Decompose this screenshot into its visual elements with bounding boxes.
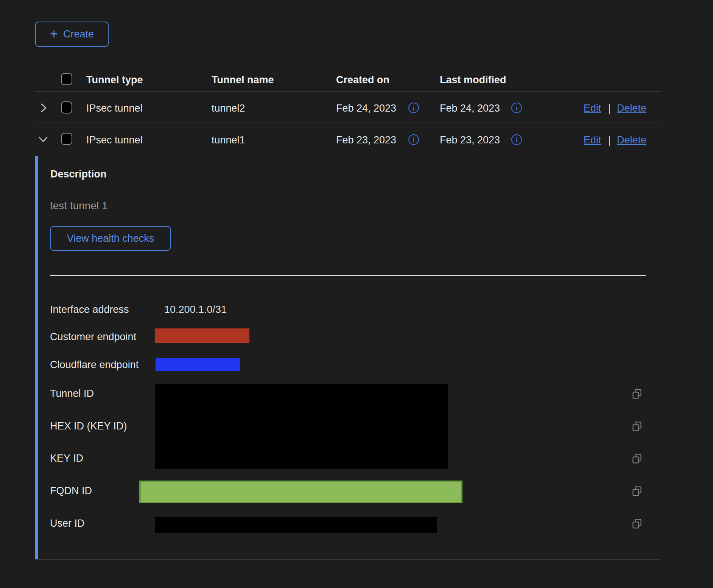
view-health-checks-label: View health checks [67,233,154,244]
customer-endpoint-label: Customer endpoint [50,331,136,342]
expanded-row-accent-bar [35,156,38,559]
select-all-checkbox[interactable] [61,73,72,85]
hex-id-label: HEX ID (KEY ID) [50,421,127,431]
key-id-label: KEY ID [50,453,83,464]
cell-last-modified: Feb 23, 2023 [440,135,500,145]
interface-address-label: Interface address [50,304,129,315]
info-icon[interactable]: i [511,134,522,145]
description-heading: Description [50,169,107,179]
edit-link-tunnel1[interactable]: Edit [584,135,601,145]
header-divider [35,91,661,92]
actions-separator: | [608,135,611,145]
ipsec-tunnels-page: + Create Tunnel type Tunnel name Created… [0,0,713,588]
ids-redacted-block [155,384,448,469]
delete-link-tunnel2[interactable]: Delete [617,103,646,114]
cell-tunnel-name: tunnel2 [212,103,245,114]
info-icon[interactable]: i [408,103,419,113]
row-checkbox-tunnel1[interactable] [61,133,72,145]
chevron-right-icon[interactable] [39,103,48,115]
chevron-down-icon[interactable] [38,135,48,145]
copy-icon[interactable] [632,518,642,531]
column-header-last-modified: Last modified [440,75,506,85]
cell-created-on: Feb 24, 2023 [336,103,396,114]
table-bottom-divider [35,559,661,560]
copy-icon[interactable] [632,485,642,498]
view-health-checks-button[interactable]: View health checks [50,226,171,251]
cloudflare-endpoint-label: Cloudflare endpoint [50,359,139,370]
row-divider [35,123,661,123]
interface-address-value: 10.200.1.0/31 [164,304,227,315]
column-header-tunnel-type: Tunnel type [86,75,143,85]
info-icon[interactable]: i [408,134,419,145]
column-header-tunnel-name: Tunnel name [212,75,274,85]
cell-last-modified: Feb 24, 2023 [440,103,500,114]
copy-icon[interactable] [632,421,642,434]
column-header-created-on: Created on [336,75,389,85]
cell-tunnel-type: IPsec tunnel [86,103,143,114]
tunnel-id-label: Tunnel ID [50,388,94,399]
copy-icon[interactable] [632,388,642,401]
copy-icon[interactable] [632,453,642,466]
edit-link-tunnel2[interactable]: Edit [584,103,601,114]
cloudflare-endpoint-redacted-value [156,358,240,371]
actions-separator: | [608,103,611,114]
customer-endpoint-redacted-value [155,328,249,343]
detail-divider [50,275,646,276]
user-id-label: User ID [50,518,85,529]
description-text: test tunnel 1 [50,201,108,211]
user-id-redacted-value [155,517,437,533]
cell-tunnel-name: tunnel1 [212,135,245,145]
row-checkbox-tunnel2[interactable] [61,101,72,114]
cell-created-on: Feb 23, 2023 [336,135,396,145]
fqdn-id-redacted-value [139,481,462,503]
info-icon[interactable]: i [511,103,522,113]
create-button[interactable]: + Create [35,22,109,47]
delete-link-tunnel1[interactable]: Delete [617,135,646,145]
cell-tunnel-type: IPsec tunnel [86,135,143,145]
fqdn-id-label: FQDN ID [50,485,92,496]
create-button-label: Create [63,28,94,40]
